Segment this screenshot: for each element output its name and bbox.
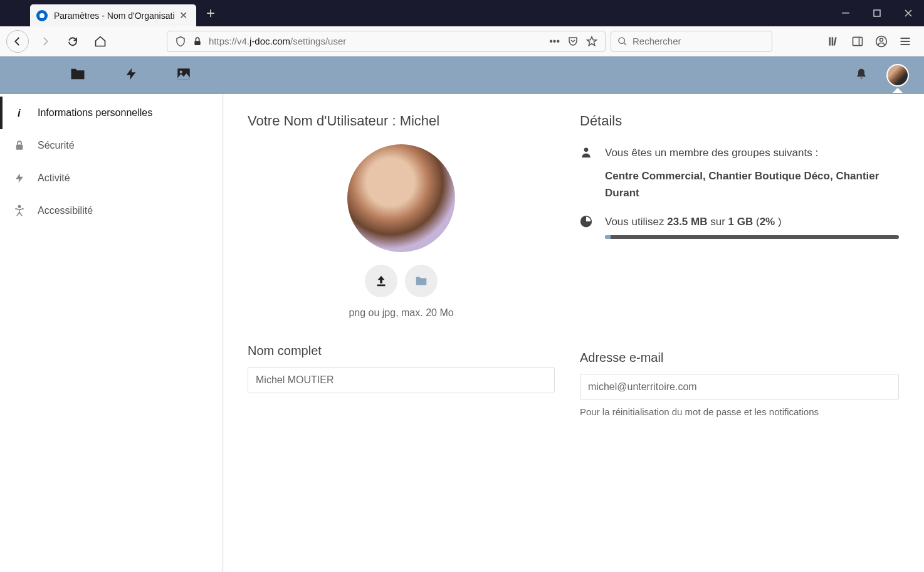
tab-close-icon[interactable]: ✕: [177, 9, 190, 21]
tab-favicon-icon: [36, 10, 48, 21]
nav-back-button[interactable]: [6, 30, 29, 53]
settings-sidebar: i Informations personnelles Sécurité Act…: [0, 94, 223, 572]
library-icon[interactable]: [827, 35, 840, 48]
storage-row: Vous utilisez 23.5 MB sur 1 GB (2% ): [580, 213, 899, 239]
folder-icon: [414, 274, 428, 288]
svg-point-3: [619, 38, 624, 43]
sidebar-item-label: Activité: [38, 172, 70, 184]
files-icon[interactable]: [69, 65, 87, 85]
sidebar-item-label: Accessibilité: [38, 205, 93, 216]
main-panel: Votre Nom d'Utilisateur : Michel png ou …: [223, 94, 924, 572]
hamburger-menu-icon[interactable]: [899, 35, 911, 48]
search-icon: [617, 36, 627, 46]
account-icon[interactable]: [875, 35, 888, 48]
sidebar-item-label: Sécurité: [38, 140, 75, 151]
email-label: Adresse e-mail: [580, 351, 899, 365]
svg-rect-0: [842, 13, 849, 14]
svg-point-18: [18, 206, 20, 208]
email-hint: Pour la réinitialisation du mot de passe…: [580, 406, 899, 417]
upload-avatar-button[interactable]: [365, 265, 397, 297]
notifications-icon[interactable]: [855, 68, 868, 83]
url-text: https://v4.j-doc.com/settings/user: [209, 36, 543, 46]
shield-icon: [175, 36, 186, 47]
groups-intro: Vous êtes un membre des groupes suivants…: [605, 144, 899, 161]
window-minimize-icon[interactable]: [830, 0, 861, 26]
svg-rect-2: [194, 41, 200, 45]
email-input[interactable]: [580, 374, 899, 400]
pie-icon: [580, 213, 594, 230]
person-icon: [580, 144, 594, 161]
details-heading: Détails: [580, 113, 899, 129]
browser-tab[interactable]: Paramètres - Nom d'Organisati ✕: [30, 4, 196, 26]
svg-rect-19: [377, 285, 386, 287]
sidebar-item-activity[interactable]: Activité: [0, 162, 222, 194]
browse-avatar-button[interactable]: [405, 265, 438, 297]
sidebar-toggle-icon[interactable]: [851, 35, 864, 48]
svg-point-20: [584, 148, 589, 152]
new-tab-button[interactable]: +: [196, 4, 225, 22]
window-maximize-icon[interactable]: [861, 0, 893, 26]
nav-forward-button[interactable]: [34, 30, 56, 53]
info-icon: i: [13, 107, 26, 119]
svg-rect-1: [874, 10, 880, 16]
upload-hint: png ou jpg, max. 20 Mo: [248, 307, 555, 319]
accessibility-icon: [13, 204, 26, 217]
svg-rect-7: [853, 37, 863, 45]
fullname-label: Nom complet: [248, 344, 555, 358]
sidebar-item-personal-info[interactable]: i Informations personnelles: [0, 97, 222, 129]
sidebar-item-security[interactable]: Sécurité: [0, 129, 222, 162]
browser-toolbar: https://v4.j-doc.com/settings/user •••: [0, 26, 924, 56]
gallery-icon[interactable]: [176, 66, 192, 85]
tab-title: Paramètres - Nom d'Organisati: [54, 11, 177, 21]
browser-search[interactable]: [611, 31, 772, 52]
svg-point-10: [880, 38, 883, 41]
svg-point-15: [180, 71, 182, 73]
pocket-icon[interactable]: [567, 36, 579, 47]
groups-row: Vous êtes un membre des groupes suivants…: [580, 144, 899, 202]
browser-titlebar: Paramètres - Nom d'Organisati ✕ +: [0, 0, 924, 26]
bolt-icon: [13, 172, 26, 184]
sidebar-item-accessibility[interactable]: Accessibilité: [0, 194, 222, 227]
nav-home-button[interactable]: [89, 30, 112, 53]
profile-avatar: [347, 144, 455, 252]
window-controls: [830, 0, 924, 26]
lock-icon: [192, 36, 202, 46]
svg-rect-17: [16, 145, 23, 150]
username-heading: Votre Nom d'Utilisateur : Michel: [248, 113, 555, 129]
upload-icon: [374, 274, 388, 288]
app-header: [0, 56, 924, 94]
star-icon[interactable]: [586, 36, 597, 47]
meatball-menu-icon[interactable]: •••: [549, 36, 560, 47]
svg-text:i: i: [18, 107, 21, 119]
lock-icon: [13, 140, 26, 151]
svg-rect-5: [832, 37, 834, 45]
usage-text: Vous utilisez 23.5 MB sur 1 GB (2% ): [605, 216, 782, 228]
groups-list: Centre Commercial, Chantier Boutique Déc…: [605, 170, 879, 199]
activity-icon[interactable]: [124, 67, 138, 83]
storage-progress: [605, 235, 899, 239]
content: i Informations personnelles Sécurité Act…: [0, 94, 924, 572]
search-input[interactable]: [633, 36, 765, 46]
url-bar[interactable]: https://v4.j-doc.com/settings/user •••: [167, 31, 606, 52]
nav-reload-button[interactable]: [61, 30, 84, 53]
svg-rect-6: [833, 37, 836, 46]
fullname-input[interactable]: [248, 367, 555, 393]
window-close-icon[interactable]: [893, 0, 924, 26]
sidebar-item-label: Informations personnelles: [38, 107, 152, 119]
svg-rect-4: [829, 37, 831, 45]
user-avatar-menu[interactable]: [886, 64, 909, 87]
